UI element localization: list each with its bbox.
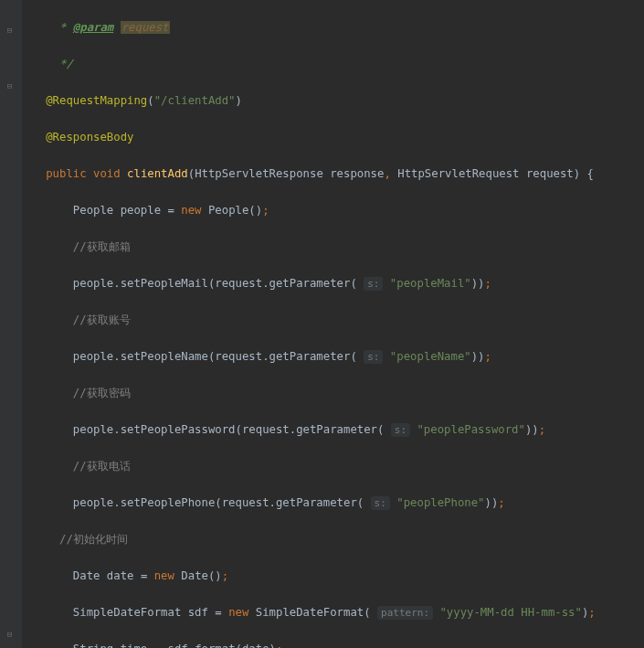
type: People: [208, 204, 248, 217]
type: SimpleDateFormat: [256, 606, 364, 619]
type: People: [73, 204, 113, 217]
type: HttpServletRequest: [397, 167, 519, 180]
fold-icon[interactable]: ⊟: [5, 21, 15, 31]
keyword: new: [181, 204, 201, 217]
string: "peoplePhone": [396, 496, 484, 509]
doc-param: request: [121, 21, 170, 34]
doc-close: */: [53, 58, 73, 70]
comment: //获取密码: [73, 387, 131, 399]
type: HttpServletResponse: [195, 167, 323, 180]
doc-star: *: [53, 21, 73, 34]
method: setPeopleMail: [121, 277, 208, 290]
type: Date: [181, 569, 208, 582]
var: request: [242, 423, 290, 436]
string: "peopleMail": [390, 277, 471, 290]
type: String: [73, 643, 113, 648]
fold-icon[interactable]: ⊟: [5, 625, 15, 635]
param-hint: pattern:: [377, 606, 433, 620]
var: people: [73, 277, 113, 290]
method: getParameter: [296, 423, 377, 436]
string: "yyyy-MM-dd HH-mm-ss": [439, 606, 581, 619]
method: getParameter: [269, 277, 351, 290]
var: date: [107, 569, 134, 582]
string: "peopleName": [390, 350, 471, 363]
fold-icon[interactable]: ⊟: [5, 77, 15, 87]
type: SimpleDateFormat: [73, 606, 181, 619]
method: format: [195, 643, 235, 648]
var: people: [73, 423, 113, 436]
type: Date: [73, 569, 100, 582]
var: request: [526, 167, 574, 180]
comment: //获取账号: [73, 313, 131, 326]
keyword: new: [154, 569, 174, 582]
method-name: clientAdd: [127, 167, 188, 180]
keyword: void: [93, 167, 121, 180]
var: people: [73, 350, 113, 363]
var: time: [121, 643, 148, 648]
annotation: @ResponseBody: [46, 131, 133, 143]
keyword: public: [46, 167, 86, 180]
var: people: [73, 496, 113, 509]
comment: //初始化时间: [59, 533, 128, 546]
string: "/clientAdd": [154, 94, 236, 107]
method: setPeoplePassword: [121, 423, 236, 436]
var: date: [242, 643, 269, 648]
doc-tag: @param: [73, 21, 113, 34]
string: "peoplePassword": [417, 423, 524, 436]
gutter: ⊟ ⊟ ⊟: [0, 0, 22, 648]
param-hint: s:: [364, 350, 383, 364]
code-area[interactable]: * @param request */ @RequestMapping("/cl…: [22, 0, 596, 648]
var: request: [215, 277, 262, 290]
comment: //获取邮箱: [73, 240, 131, 253]
var: sdf: [168, 643, 188, 648]
annotation: @RequestMapping: [46, 94, 147, 107]
param-hint: s:: [391, 423, 410, 437]
var: response: [330, 167, 384, 180]
method: getParameter: [269, 350, 351, 363]
keyword: new: [228, 606, 248, 619]
method: setPeopleName: [121, 350, 208, 363]
var: people: [121, 204, 161, 217]
var: sdf: [188, 606, 208, 619]
code-editor[interactable]: ⊟ ⊟ ⊟ * @param request */ @RequestMappin…: [0, 0, 644, 648]
method: getParameter: [276, 496, 357, 509]
var: request: [222, 496, 269, 509]
var: request: [215, 350, 262, 363]
comment: //获取电话: [73, 460, 131, 473]
param-hint: s:: [364, 277, 383, 291]
method: setPeoplePhone: [121, 496, 216, 509]
param-hint: s:: [371, 496, 390, 510]
